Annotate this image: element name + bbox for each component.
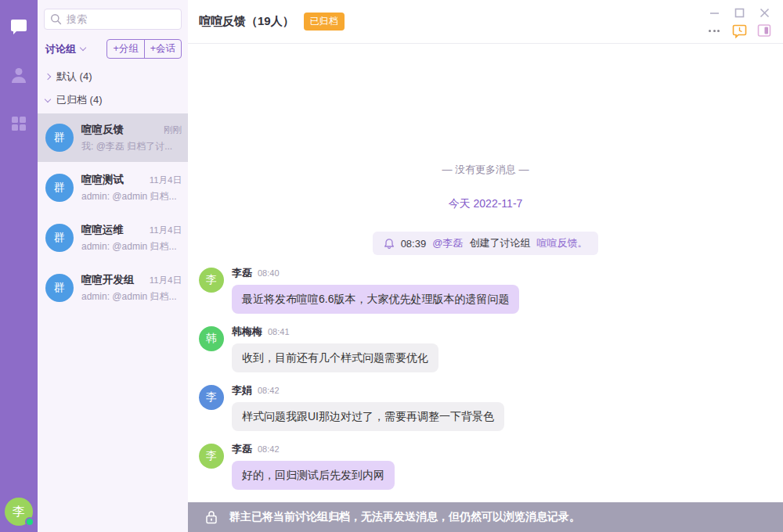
sidebar-panel-icon [757, 23, 771, 38]
chat-preview: admin: @admin 归档... [81, 190, 182, 203]
sender-name: 李磊 [232, 442, 252, 456]
section-archived[interactable]: 已归档 (4) [38, 88, 188, 112]
contacts-icon[interactable] [0, 56, 38, 94]
group-avatar: 群 [45, 274, 74, 302]
history-icon [732, 23, 747, 38]
chat-list-item[interactable]: 群 喧喧测试 11月4日 admin: @admin 归档... [38, 164, 188, 212]
message-bubble: 好的，回归测试后先发到内网 [232, 461, 395, 490]
chat-main: 喧喧反馈（19人） 已归档 [188, 0, 783, 532]
chat-message: 李李磊08:42好的，回归测试后先发到内网 [196, 442, 775, 490]
chat-list-item[interactable]: 群 喧喧开发组 11月4日 admin: @admin 归档... [38, 264, 188, 312]
chat-preview: admin: @admin 归档... [81, 290, 182, 304]
group-type-label: 讨论组 [45, 42, 76, 56]
system-message-text: 创建了讨论组 [469, 236, 530, 250]
chat-preview: 我: @李磊 归档了讨... [81, 140, 182, 153]
section-label: 默认 (4) [56, 70, 92, 84]
add-group-button[interactable]: +分组 [107, 40, 143, 58]
chat-name: 喧喧反馈 [81, 123, 124, 137]
chat-message: 李李磊08:40最近将发布喧喧6.6版本，大家优先处理版本的遗留问题 [196, 266, 775, 314]
chevron-right-icon [45, 74, 51, 80]
more-menu-button[interactable] [702, 22, 727, 39]
message-history-button[interactable] [727, 22, 752, 39]
chat-meta: 喧喧运维 11月4日 admin: @admin 归档... [81, 223, 182, 253]
chat-title: 喧喧反馈（19人） [199, 14, 294, 29]
message-time: 08:40 [258, 268, 280, 278]
section-label: 已归档 (4) [56, 93, 103, 107]
window-controls [702, 5, 777, 20]
mention-link: @李磊 [432, 236, 463, 250]
message-time: 08:42 [258, 444, 280, 454]
search-box [44, 9, 182, 30]
chat-meta: 喧喧反馈 刚刚 我: @李磊 归档了讨... [81, 123, 182, 153]
chat-message: 韩韩梅梅08:41收到，目前还有几个样式问题需要优化 [196, 325, 775, 372]
archived-notice-text: 群主已将当前讨论组归档，无法再发送消息，但仍然可以浏览消息记录。 [229, 510, 580, 524]
chevron-down-icon [45, 95, 51, 102]
header-toolbar [702, 22, 777, 39]
chat-icon[interactable] [0, 8, 38, 45]
message-time: 08:42 [258, 386, 280, 395]
date-divider: 今天 2022-11-7 [196, 197, 775, 211]
search-input[interactable] [44, 9, 182, 30]
close-button[interactable] [752, 5, 777, 20]
section-default[interactable]: 默认 (4) [38, 65, 188, 88]
group-type-dropdown[interactable]: 讨论组 [45, 42, 85, 56]
add-chat-button[interactable]: +会话 [144, 40, 181, 58]
sender-avatar[interactable]: 李 [199, 444, 224, 469]
message-body: 韩梅梅08:41收到，目前还有几个样式问题需要优化 [232, 325, 438, 372]
message-area[interactable]: — 没有更多消息 —今天 2022-11-7 08:39@李磊创建了讨论组喧喧反… [188, 44, 783, 502]
chat-list-item[interactable]: 群 喧喧运维 11月4日 admin: @admin 归档... [38, 214, 188, 262]
chat-list-item[interactable]: 群 喧喧反馈 刚刚 我: @李磊 归档了讨... [38, 113, 188, 162]
chat-time: 11月4日 [150, 174, 182, 186]
search-icon [50, 13, 62, 25]
ellipsis-icon [709, 30, 720, 32]
chat-preview: admin: @admin 归档... [81, 240, 182, 253]
online-status-dot [25, 517, 34, 527]
chat-message: 李李娟08:42样式问题我跟UI那边对过了，需要再调整一下背景色 [196, 383, 775, 431]
message-bubble: 样式问题我跟UI那边对过了，需要再调整一下背景色 [232, 402, 504, 431]
archived-notice-bar: 群主已将当前讨论组归档，无法再发送消息，但仍然可以浏览消息记录。 [188, 502, 783, 532]
system-message-time: 08:39 [401, 238, 427, 250]
toggle-sidebar-button[interactable] [752, 22, 777, 39]
message-body: 李磊08:42好的，回归测试后先发到内网 [232, 442, 395, 490]
lock-icon [205, 510, 218, 524]
no-more-messages: — 没有更多消息 — [196, 163, 775, 177]
list-actions: +分组 +会话 [106, 39, 182, 59]
message-body: 李娟08:42样式问题我跟UI那边对过了，需要再调整一下背景色 [232, 383, 504, 431]
message-time: 08:41 [268, 327, 290, 336]
maximize-button[interactable] [727, 5, 752, 20]
message-bubble: 最近将发布喧喧6.6版本，大家优先处理版本的遗留问题 [232, 285, 519, 314]
current-user-avatar[interactable]: 李 [5, 498, 33, 526]
chat-name: 喧喧测试 [81, 173, 124, 187]
message-bubble: 收到，目前还有几个样式问题需要优化 [232, 343, 438, 372]
sender-name: 李磊 [232, 266, 252, 280]
apps-icon[interactable] [0, 105, 38, 142]
chevron-down-icon [80, 45, 86, 51]
chat-list-panel: 讨论组 +分组 +会话 默认 (4) 已归档 (4) 群 喧喧反馈 刚刚 我: … [38, 0, 188, 532]
system-message: 08:39@李磊创建了讨论组喧喧反馈。 [373, 232, 599, 255]
chat-time: 刚刚 [164, 124, 182, 136]
chat-link: 喧喧反馈。 [536, 236, 587, 250]
chat-list: 群 喧喧反馈 刚刚 我: @李磊 归档了讨... 群 喧喧测试 11月4日 ad… [38, 112, 188, 532]
nav-rail: 李 [0, 0, 38, 532]
sender-name: 韩梅梅 [232, 325, 262, 339]
archived-badge: 已归档 [304, 13, 345, 31]
list-toolbar: 讨论组 +分组 +会话 [38, 36, 188, 65]
group-avatar: 群 [45, 224, 74, 252]
avatar-label: 李 [13, 504, 25, 520]
message-body: 李磊08:40最近将发布喧喧6.6版本，大家优先处理版本的遗留问题 [232, 266, 519, 314]
group-avatar: 群 [45, 174, 74, 202]
sender-avatar[interactable]: 李 [199, 385, 224, 410]
sender-avatar[interactable]: 韩 [199, 326, 224, 351]
minimize-button[interactable] [702, 5, 727, 20]
sender-avatar[interactable]: 李 [199, 268, 224, 293]
chat-time: 11月4日 [150, 275, 182, 286]
chat-name: 喧喧运维 [81, 223, 124, 237]
group-avatar: 群 [45, 124, 74, 152]
chat-header: 喧喧反馈（19人） 已归档 [188, 0, 783, 44]
bell-icon [384, 238, 395, 250]
chat-meta: 喧喧测试 11月4日 admin: @admin 归档... [81, 173, 182, 203]
chat-time: 11月4日 [150, 225, 182, 236]
sender-name: 李娟 [232, 383, 252, 397]
app-window: 李 讨论组 +分组 +会话 默认 (4) 已归档 ( [0, 0, 783, 532]
chat-name: 喧喧开发组 [81, 273, 135, 287]
